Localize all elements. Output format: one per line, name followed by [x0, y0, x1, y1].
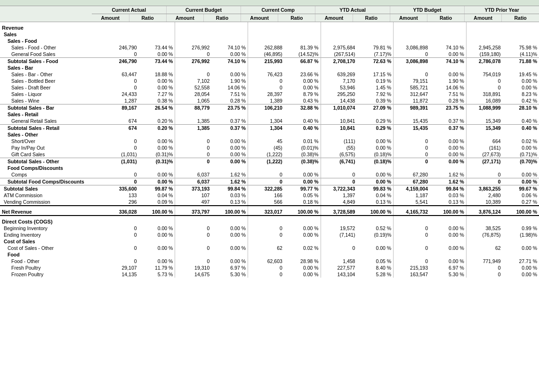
page: Current Actual Current Budget Current Co… — [0, 0, 539, 392]
ratio-cell: 1.62 % — [430, 178, 466, 185]
ratio-cell: 0.27 % — [503, 199, 539, 206]
table-row: Food - Other00.00 %00.00 %62,60328.98 %1… — [0, 258, 539, 264]
amount-cell: 0 — [394, 158, 430, 165]
table-row: Food — [0, 251, 539, 258]
amount-cell: 62 — [248, 245, 284, 251]
ratio-cell: 1.90 % — [211, 78, 248, 84]
amount-cell: 497 — [175, 199, 211, 206]
ratio-cell — [211, 38, 248, 44]
row-label: Sales - Bottled Beer — [0, 78, 102, 84]
amount-cell: 318,891 — [466, 91, 502, 97]
amount-cell: (267,514) — [321, 51, 357, 58]
amount-cell: 88,779 — [175, 104, 211, 112]
ratio-cell — [139, 22, 175, 31]
table-row: Sales - Food - Other246,79073.44 %276,99… — [0, 44, 539, 51]
amount-cell: 0 — [248, 271, 284, 278]
amount-cell: 566 — [248, 199, 284, 206]
amount-cell: 0 — [175, 144, 211, 151]
amount-cell: 2,480 — [466, 192, 502, 199]
ratio-cell: 0.06 % — [503, 192, 539, 199]
table-row: Beginning Inventory00.00 %00.00 %00.00 %… — [0, 225, 539, 232]
ratio-cell: 0.02 % — [284, 245, 321, 251]
row-label: Comps — [0, 171, 102, 178]
amount-cell: 296 — [102, 199, 138, 206]
amount-cell: (27,673) — [466, 151, 502, 158]
ratio-cell: 99.84 % — [430, 185, 466, 192]
amount-cell — [175, 22, 211, 31]
ratio-cell: 0.39 % — [357, 97, 393, 104]
ratio-cell: 0.00 % — [503, 144, 539, 151]
amount-cell: 3,086,898 — [394, 58, 430, 65]
ratio-cell: 0.00 % — [430, 258, 466, 264]
ratio-cell: 0.00 % — [357, 178, 393, 185]
amount-cell: 771,949 — [466, 258, 502, 264]
ratio-cell: 0.00 % — [139, 51, 175, 58]
ratio-cell — [211, 251, 248, 258]
ratio-cell: 0.00 % — [139, 232, 175, 238]
amount-cell — [466, 165, 502, 171]
amount-cell: 1,458 — [321, 258, 357, 264]
ratio-cell: 0.37 % — [430, 125, 466, 132]
ratio-cell: 7.51 % — [211, 91, 248, 97]
ratio-cell: 0.00 % — [503, 178, 539, 185]
amount-cell: 67,280 — [394, 178, 430, 185]
ratio-cell: 0.00 % — [284, 171, 321, 178]
row-label: Sales - Draft Beer — [0, 84, 102, 91]
ratio-cell: 100.00 % — [284, 206, 321, 216]
amount-cell: 3,722,343 — [321, 185, 357, 192]
ratio-cell — [357, 64, 393, 71]
amount-cell — [102, 238, 138, 245]
ratio-cell — [139, 165, 175, 171]
ratio-cell: 0.00 % — [284, 232, 321, 238]
amount-cell — [175, 31, 211, 38]
ratio-cell: 18.88 % — [139, 71, 175, 78]
ratio-cell — [284, 31, 321, 38]
amount-cell: 0 — [175, 51, 211, 58]
ratio-cell: 0.37 % — [211, 125, 248, 132]
ratio-cell: (0.38)% — [284, 151, 321, 158]
table-row: Subtotal Food Comps/Discounts00.00 %6,03… — [0, 178, 539, 185]
amount-cell: 373,797 — [175, 206, 211, 216]
ratio-cell: 5.73 % — [139, 271, 175, 278]
row-label: Subtotal Food Comps/Discounts — [0, 178, 102, 185]
amount-cell — [466, 111, 502, 118]
ratio-cell: 0.28 % — [430, 97, 466, 104]
amount-cell: 4,849 — [321, 199, 357, 206]
amount-cell: 62,603 — [248, 258, 284, 264]
amount-cell — [466, 31, 502, 38]
amount-cell: 0 — [466, 271, 502, 278]
amount-cell: 0 — [175, 232, 211, 238]
ratio-cell — [139, 131, 175, 138]
ratio-cell: 0.00 % — [139, 138, 175, 144]
row-label: Short/Over — [0, 138, 102, 144]
amount-cell: 585,721 — [394, 84, 430, 91]
ratio-cell — [211, 111, 248, 118]
amount-cell: 323,017 — [248, 206, 284, 216]
amount-cell: 0 — [394, 144, 430, 151]
ratio-cell: 0.00 % — [211, 144, 248, 151]
amount-cell: 10,389 — [466, 199, 502, 206]
row-label: Vending Commission — [0, 199, 102, 206]
ratio-cell: (0.19)% — [357, 232, 393, 238]
amount-cell: 0 — [102, 78, 138, 84]
ratio-cell — [357, 238, 393, 245]
amount-cell: 664 — [466, 138, 502, 144]
amount-cell — [248, 64, 284, 71]
ratio-cell: 0.00 % — [430, 144, 466, 151]
ratio-cell — [284, 22, 321, 31]
amount-cell: 1,389 — [248, 97, 284, 104]
ratio-cell: 0.00 % — [284, 84, 321, 91]
table-row: Net Revenue336,028100.00 %373,797100.00 … — [0, 206, 539, 216]
table-row: Food Comps/Discounts — [0, 165, 539, 171]
amount-cell — [175, 165, 211, 171]
amount-cell: 19,572 — [321, 225, 357, 232]
ratio-cell: 0.13 % — [357, 199, 393, 206]
row-label: Frozen Poultry — [0, 271, 102, 278]
ratio-cell — [503, 216, 539, 225]
amount-cell: 0 — [248, 178, 284, 185]
amount-cell: 10,841 — [321, 118, 357, 125]
ratio-cell — [211, 238, 248, 245]
ratio-cell — [430, 64, 466, 71]
table-row: General Food Sales00.00 %00.00 %(46,895)… — [0, 51, 539, 58]
row-label: Net Revenue — [0, 206, 102, 216]
